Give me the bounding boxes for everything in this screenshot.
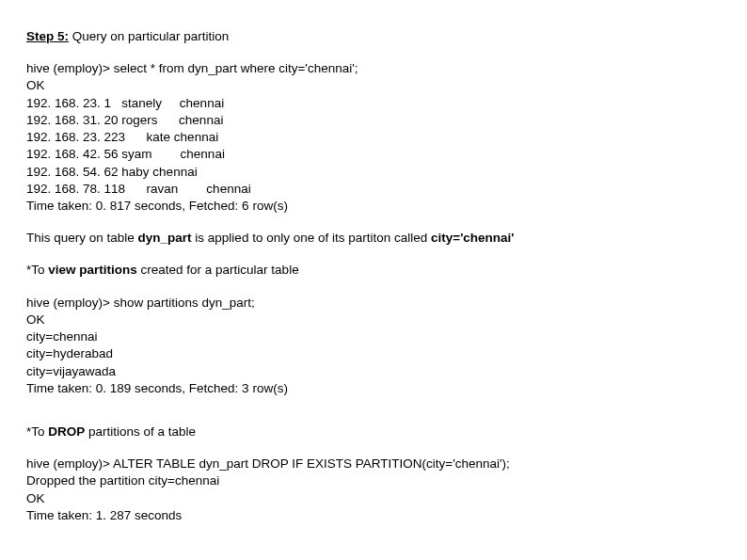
query1-row: 192. 168. 42. 56 syam chennai [26, 146, 721, 163]
drop-partitions-heading: *To DROP partitions of a table [26, 424, 721, 440]
query1-time: Time taken: 0. 817 seconds, Fetched: 6 r… [26, 198, 721, 215]
drop-b: DROP [48, 424, 85, 439]
query2-block: hive (employ)> show partitions dyn_part;… [26, 295, 721, 397]
query2-ok: OK [26, 312, 721, 328]
view-post: created for a particular table [137, 263, 299, 277]
query2-time: Time taken: 0. 189 seconds, Fetched: 3 r… [26, 380, 721, 397]
explain-b1: dyn_part [138, 231, 192, 245]
query1-row: 192. 168. 78. 118 ravan chennai [26, 181, 721, 198]
explain-b2: city='chennai' [431, 231, 515, 245]
step5-heading: Step 5: Query on particular partition [26, 28, 721, 45]
query2-row: city=vijayawada [26, 363, 721, 380]
view-partitions-heading: *To view partitions created for a partic… [26, 262, 721, 279]
step5-label-bold: Step 5: [26, 29, 69, 43]
query1-ok: OK [26, 77, 721, 94]
query1-cmd: hive (employ)> select * from dyn_part wh… [26, 60, 721, 77]
query3-cmd: hive (employ)> ALTER TABLE dyn_part DROP… [26, 456, 721, 472]
query3-time: Time taken: 1. 287 seconds [26, 507, 721, 524]
explain-line: This query on table dyn_part is applied … [26, 230, 721, 247]
query3-ok: OK [26, 490, 721, 507]
query2-row: city=chennai [26, 328, 721, 345]
step5-label-rest: Query on particular partition [69, 29, 229, 43]
query2-row: city=hyderabad [26, 345, 721, 362]
query3-block: hive (employ)> ALTER TABLE dyn_part DROP… [26, 456, 721, 524]
view-pre: *To [26, 263, 48, 277]
explain-pre: This query on table [26, 231, 138, 245]
query1-row: 192. 168. 31. 20 rogers chennai [26, 112, 721, 129]
query2-cmd: hive (employ)> show partitions dyn_part; [26, 295, 721, 312]
query1-row: 192. 168. 23. 1 stanely chennai [26, 95, 721, 112]
query1-block: hive (employ)> select * from dyn_part wh… [26, 60, 721, 215]
query1-row: 192. 168. 54. 62 haby chennai [26, 164, 721, 181]
view-b: view partitions [48, 263, 137, 277]
drop-pre: *To [26, 424, 48, 439]
explain-mid: is applied to only one of its partiton c… [192, 231, 431, 245]
query1-row: 192. 168. 23. 223 kate chennai [26, 129, 721, 146]
query3-dropped: Dropped the partition city=chennai [26, 472, 721, 489]
drop-post: partitions of a table [85, 424, 196, 439]
